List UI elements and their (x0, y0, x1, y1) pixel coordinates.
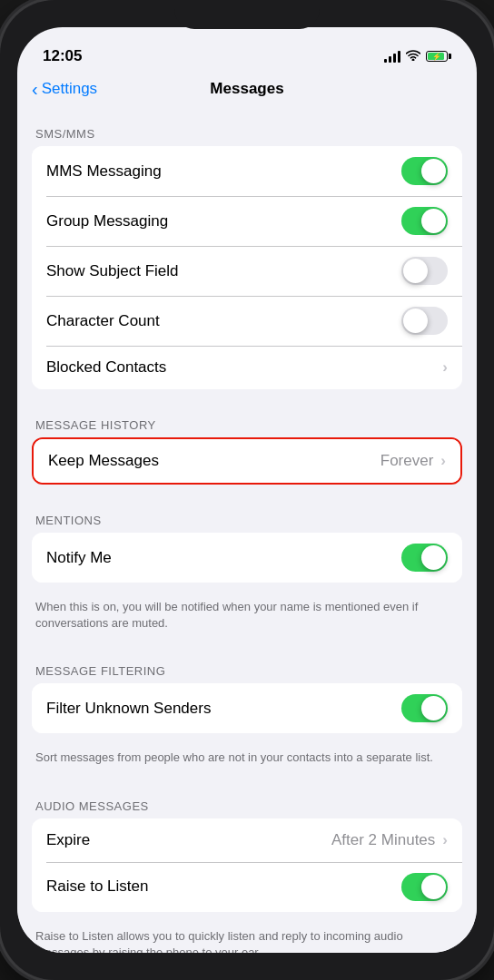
chevron-right-icon: › (440, 452, 446, 470)
filtering-description: Sort messages from people who are not in… (17, 744, 477, 780)
raise-to-listen-toggle[interactable] (401, 873, 448, 901)
expire-row[interactable]: Expire After 2 Minutes › (32, 818, 462, 862)
character-count-row: Character Count (32, 296, 462, 346)
notch (174, 0, 320, 29)
keep-messages-row[interactable]: Keep Messages Forever › (34, 439, 460, 483)
character-count-toggle[interactable] (401, 307, 448, 335)
expire-right: After 2 Minutes › (331, 831, 448, 849)
signal-bar-4 (398, 51, 400, 63)
group-messaging-label: Group Messaging (46, 212, 168, 230)
notify-me-toggle[interactable] (401, 544, 448, 572)
status-time: 12:05 (43, 47, 82, 65)
blocked-contacts-row[interactable]: Blocked Contacts › (32, 346, 462, 389)
raise-to-listen-row: Raise to Listen (32, 862, 462, 912)
chevron-right-icon: › (442, 358, 448, 377)
character-count-label: Character Count (46, 312, 160, 330)
notify-me-label: Notify Me (46, 549, 112, 567)
filter-unknown-senders-row: Filter Unknown Senders (32, 683, 462, 733)
back-chevron-icon: ‹ (32, 80, 38, 98)
group-messaging-row: Group Messaging (32, 196, 462, 246)
show-subject-field-label: Show Subject Field (46, 262, 179, 280)
section-header-sms: SMS/MMS (17, 109, 477, 146)
toggle-knob (421, 545, 446, 570)
toggle-knob (403, 309, 428, 333)
toggle-knob (403, 259, 428, 283)
notify-me-row: Notify Me (32, 533, 462, 583)
group-messaging-toggle[interactable] (401, 207, 448, 235)
signal-bar-2 (389, 56, 391, 63)
mms-messaging-row: MMS Messaging (32, 146, 462, 196)
audio-description: Raise to Listen allows you to quickly li… (17, 923, 477, 953)
wifi-icon (406, 49, 420, 64)
signal-bar-1 (384, 59, 387, 63)
chevron-right-icon: › (442, 831, 448, 849)
status-icons: ⚡ (384, 49, 451, 64)
signal-bar-3 (393, 54, 396, 63)
signal-bars-icon (384, 50, 400, 63)
battery-icon: ⚡ (426, 51, 451, 62)
expire-label: Expire (46, 831, 90, 849)
audio-group: Expire After 2 Minutes › Raise to Listen (32, 818, 462, 912)
sms-mms-group: MMS Messaging Group Messaging Show Subje… (32, 146, 462, 389)
raise-to-listen-label: Raise to Listen (46, 877, 148, 896)
toggle-knob (421, 875, 446, 899)
expire-value: After 2 Minutes (331, 831, 435, 849)
filter-unknown-senders-toggle[interactable] (401, 694, 448, 722)
back-label: Settings (42, 80, 97, 98)
screen: 12:05 (17, 27, 477, 953)
toggle-knob (421, 159, 446, 183)
toggle-knob (421, 696, 446, 720)
show-subject-field-toggle[interactable] (401, 257, 448, 285)
back-button[interactable]: ‹ Settings (32, 80, 97, 98)
keep-messages-value: Forever (380, 452, 434, 470)
filtering-group: Filter Unknown Senders (32, 683, 462, 733)
section-header-mentions: MENTIONS (17, 495, 477, 533)
section-header-history: MESSAGE HISTORY (17, 400, 477, 437)
mentions-description: When this is on, you will be notified wh… (17, 593, 477, 646)
blocked-contacts-right: › (442, 358, 448, 377)
message-history-group: Keep Messages Forever › (32, 437, 462, 485)
status-bar: 12:05 (17, 27, 477, 73)
keep-messages-right: Forever › (380, 452, 446, 470)
section-header-filtering: MESSAGE FILTERING (17, 646, 477, 683)
blocked-contacts-label: Blocked Contacts (46, 358, 166, 377)
mentions-group: Notify Me (32, 533, 462, 583)
toggle-knob (421, 209, 446, 233)
filter-unknown-senders-label: Filter Unknown Senders (46, 700, 211, 718)
keep-messages-label: Keep Messages (48, 452, 159, 470)
mms-messaging-label: MMS Messaging (46, 162, 162, 181)
section-header-audio: AUDIO MESSAGES (17, 781, 477, 818)
phone-frame: 12:05 (0, 0, 494, 980)
show-subject-field-row: Show Subject Field (32, 246, 462, 296)
page-title: Messages (210, 80, 283, 98)
nav-bar: ‹ Settings Messages (17, 73, 477, 109)
content-area: SMS/MMS MMS Messaging Group Messaging Sh… (17, 109, 477, 953)
mms-messaging-toggle[interactable] (401, 157, 448, 185)
